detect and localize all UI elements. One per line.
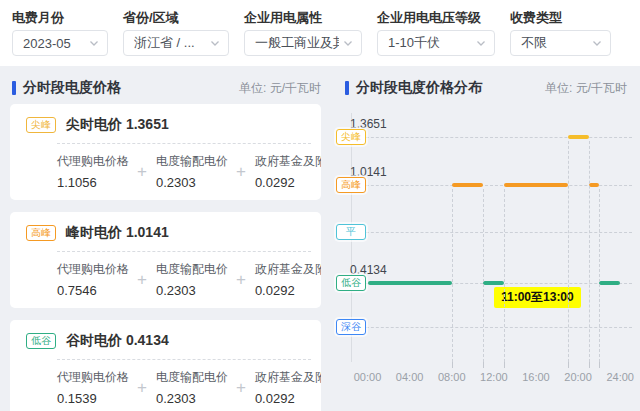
filter-label: 电费月份 — [12, 8, 108, 28]
part-value: 0.2303 — [156, 175, 234, 190]
y-axis-badge: 高峰 — [336, 177, 366, 193]
axis-tick — [504, 362, 505, 368]
part-label: 政府基金及附加 — [255, 261, 321, 278]
x-axis-label: 00:00 — [346, 371, 390, 383]
plus-sign: + — [137, 163, 147, 180]
chart-segment[interactable] — [568, 135, 589, 139]
card-title: 谷时电价 0.4134 — [66, 332, 169, 350]
card-title: 尖时电价 1.3651 — [66, 116, 169, 134]
dashed-divider — [57, 359, 311, 360]
boundary-gridline — [483, 189, 484, 362]
chart-segment[interactable] — [599, 281, 620, 285]
electricity-property-select[interactable]: 一般工商业及其他 — [244, 30, 362, 56]
part-label: 电度输配电价 — [156, 369, 234, 386]
right-panel-unit: 单位: 元/千瓦时 — [545, 80, 627, 97]
price-cards: 尖峰 尖时电价 1.3651 代理购电价格1.1056 + 电度输配电价0.23… — [10, 104, 321, 411]
fee-type-select[interactable]: 不限 — [510, 30, 611, 56]
part-value: 0.2303 — [156, 391, 234, 406]
x-axis-label: 24:00 — [598, 371, 640, 383]
plus-sign: + — [236, 379, 246, 396]
row-gridline — [351, 137, 632, 138]
filter-electricity-property: 企业用电属性 一般工商业及其他 — [244, 8, 362, 66]
plus-sign: + — [137, 379, 147, 396]
section-marker — [12, 81, 16, 95]
y-axis-badge: 尖峰 — [336, 129, 366, 145]
select-value: 2023-05 — [23, 36, 85, 51]
boundary-gridline — [599, 189, 600, 362]
x-axis-label: 20:00 — [556, 371, 600, 383]
price-card-sharp-peak: 尖峰 尖时电价 1.3651 代理购电价格1.1056 + 电度输配电价0.23… — [10, 104, 321, 200]
left-panel-title: 分时段电度价格 — [23, 79, 121, 97]
row-gridline — [351, 327, 632, 328]
select-value: 1-10千伏 — [388, 34, 472, 52]
x-axis-label: 08:00 — [430, 371, 474, 383]
boundary-gridline — [568, 141, 569, 362]
filter-bar: 电费月份 2023-05 省份/区域 浙江省 / ... 企业用电属性 一般工商… — [0, 0, 640, 66]
part-label: 代理购电价格 — [57, 153, 135, 170]
filter-voltage-level: 企业用电电压等级 1-10千伏 — [377, 8, 495, 66]
left-panel-header: 分时段电度价格 单位: 元/千瓦时 — [12, 79, 321, 97]
right-panel-header: 分时段电度价格分布 单位: 元/千瓦时 — [345, 79, 627, 97]
chart-segment[interactable] — [483, 281, 504, 285]
axis-tick — [483, 362, 484, 368]
chart-segment[interactable] — [368, 281, 452, 285]
billing-month-select[interactable]: 2023-05 — [12, 30, 108, 56]
part-label: 电度输配电价 — [156, 153, 234, 170]
part-value: 1.1056 — [57, 175, 135, 190]
chart-segment[interactable] — [589, 183, 600, 187]
section-marker — [345, 81, 349, 95]
chart-segment[interactable] — [504, 183, 567, 187]
part-value: 0.0292 — [255, 175, 321, 190]
price-card-peak: 高峰 峰时电价 1.0141 代理购电价格0.7546 + 电度输配电价0.23… — [10, 212, 321, 308]
price-card-valley: 低谷 谷时电价 0.4134 代理购电价格0.1539 + 电度输配电价0.23… — [10, 320, 321, 411]
part-value: 0.0292 — [255, 283, 321, 298]
axis-tick — [599, 362, 600, 368]
boundary-gridline — [452, 189, 453, 362]
dashed-divider — [57, 143, 311, 144]
axis-tick — [452, 362, 453, 368]
chevron-down-icon — [590, 36, 604, 50]
y-axis-badge: 低谷 — [336, 275, 366, 291]
chevron-down-icon — [208, 36, 222, 50]
part-value: 0.0292 — [255, 391, 321, 406]
province-region-select[interactable]: 浙江省 / ... — [123, 30, 229, 56]
y-axis-badge: 平 — [336, 224, 366, 240]
period-badge: 低谷 — [26, 333, 56, 349]
boundary-gridline — [589, 141, 590, 362]
chevron-down-icon — [87, 36, 101, 50]
y-axis-badge: 深谷 — [336, 319, 366, 335]
select-value: 浙江省 / ... — [134, 34, 206, 52]
part-label: 政府基金及附加 — [255, 153, 321, 170]
card-title: 峰时电价 1.0141 — [66, 224, 169, 242]
chevron-down-icon — [474, 36, 488, 50]
filter-label: 省份/区域 — [123, 8, 229, 28]
axis-tick — [568, 362, 569, 368]
select-value: 一般工商业及其他 — [255, 34, 339, 52]
part-value: 0.2303 — [156, 283, 234, 298]
x-axis-label: 16:00 — [514, 371, 558, 383]
filter-province-region: 省份/区域 浙江省 / ... — [123, 8, 229, 66]
filter-billing-month: 电费月份 2023-05 — [12, 8, 108, 66]
part-label: 代理购电价格 — [57, 369, 135, 386]
x-axis-label: 12:00 — [472, 371, 516, 383]
part-value: 0.7546 — [57, 283, 135, 298]
chart-segment[interactable] — [452, 183, 484, 187]
price-distribution-chart: 11:00至13:00 1.3651尖峰1.0141高峰平0.4134低谷深谷0… — [335, 105, 640, 411]
period-badge: 尖峰 — [26, 117, 56, 133]
part-label: 政府基金及附加 — [255, 369, 321, 386]
plus-sign: + — [236, 271, 246, 288]
select-value: 不限 — [521, 34, 588, 52]
chevron-down-icon — [341, 36, 355, 50]
row-gridline — [351, 232, 632, 233]
voltage-level-select[interactable]: 1-10千伏 — [377, 30, 495, 56]
part-label: 电度输配电价 — [156, 261, 234, 278]
axis-tick — [589, 362, 590, 368]
filter-label: 收费类型 — [510, 8, 611, 28]
period-badge: 高峰 — [26, 225, 56, 241]
dashed-divider — [57, 251, 311, 252]
part-label: 代理购电价格 — [57, 261, 135, 278]
right-panel-title: 分时段电度价格分布 — [356, 79, 482, 97]
plus-sign: + — [137, 271, 147, 288]
plus-sign: + — [236, 163, 246, 180]
filter-fee-type: 收费类型 不限 — [510, 8, 611, 66]
